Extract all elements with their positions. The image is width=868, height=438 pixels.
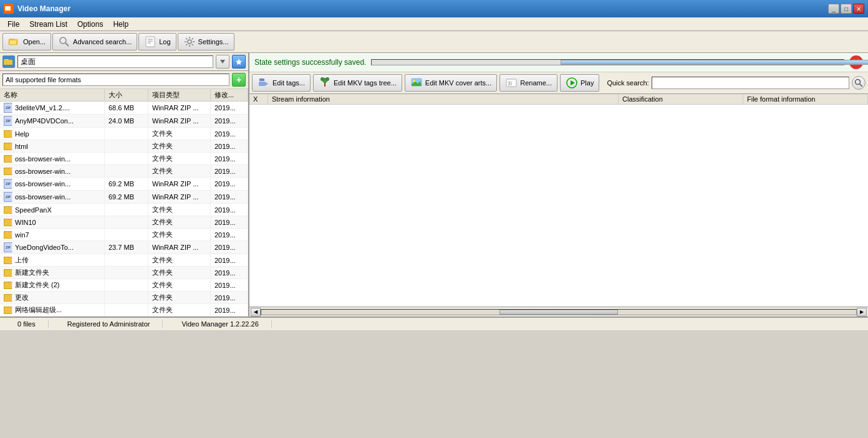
path-nav-button[interactable] (216, 55, 229, 69)
file-type: 文件夹 (148, 204, 211, 216)
file-type: 文件夹 (148, 254, 211, 266)
file-row[interactable]: html 文件夹 2019... (0, 140, 248, 153)
folder-icon (4, 130, 12, 138)
file-row[interactable]: 新建文件夹 文件夹 2019... (0, 267, 248, 279)
svg-point-5 (60, 37, 66, 44)
file-row[interactable]: SpeedPanX 文件夹 2019... (0, 204, 248, 216)
file-name: WIN10 (0, 216, 105, 228)
file-name: 更改 (0, 292, 105, 303)
menu-stream-list[interactable]: Stream List (24, 19, 72, 30)
file-name: ZIPYueDongVideoTo... (0, 241, 105, 254)
file-type: WinRAR ZIP ... (148, 102, 211, 114)
svg-point-22 (326, 77, 329, 81)
scroll-right-button[interactable]: ▶ (857, 308, 867, 317)
file-row[interactable]: Help 文件夹 2019... (0, 128, 248, 140)
file-row[interactable]: ZIPAnyMP4DVDCon... 24.0 MB WinRAR ZIP ..… (0, 115, 248, 128)
file-date: 2019... (211, 115, 248, 127)
log-icon (144, 36, 157, 48)
file-size (105, 292, 148, 303)
file-row[interactable]: ZIP3deliteVM_v1.2.... 68.6 MB WinRAR ZIP… (0, 102, 248, 115)
file-date: 2019... (211, 102, 248, 114)
svg-point-11 (188, 40, 191, 44)
advanced-search-button[interactable]: Advanced search... (52, 33, 137, 50)
edit-mkv-cover-button[interactable]: Edit MKV cover arts... (405, 74, 497, 92)
file-row[interactable]: 网络编辑超级... 文件夹 2019... (0, 304, 248, 317)
rename-button[interactable]: Ti Rename... (499, 74, 557, 92)
file-size (105, 279, 148, 291)
file-type: 文件夹 (148, 140, 211, 152)
image-icon (410, 77, 423, 89)
folder-icon (4, 168, 12, 175)
filter-dropdown[interactable]: All supported file formats (2, 74, 229, 86)
folder-icon (4, 231, 12, 239)
file-row[interactable]: ZIPYueDongVideoTo... 23.7 MB WinRAR ZIP … (0, 241, 248, 254)
stream-area: X Stream information Classification File… (249, 94, 868, 307)
file-date: 2019... (211, 229, 248, 240)
file-date: 2019... (211, 204, 248, 216)
edit-tags-button[interactable]: Edit tags... (252, 74, 311, 92)
file-date: 2019... (211, 128, 248, 140)
notification-bar: State settings successfully saved. ✕ (249, 53, 868, 72)
file-row[interactable]: 更改 文件夹 2019... (0, 292, 248, 304)
file-row[interactable]: oss-browser-win... 文件夹 2019... (0, 165, 248, 178)
stream-col-format: File format information (743, 94, 868, 104)
file-date: 2019... (211, 267, 248, 279)
file-name: 网络编辑超级... (0, 304, 105, 316)
play-button[interactable]: Play (560, 74, 599, 92)
path-dropdown[interactable]: 桌面 (17, 55, 213, 68)
search-go-button[interactable] (852, 76, 866, 90)
open-button[interactable]: Open... (2, 33, 51, 50)
folder-icon (4, 143, 12, 150)
star-icon (235, 58, 243, 65)
scrollbar-thumb[interactable] (499, 310, 619, 315)
play-icon (566, 77, 578, 89)
file-date: 2019... (211, 279, 248, 291)
window-controls: _ □ ✕ (828, 4, 864, 14)
menu-options[interactable]: Options (72, 19, 108, 30)
svg-line-31 (860, 84, 863, 87)
file-row[interactable]: oss-browser-win... 文件夹 2019... (0, 153, 248, 165)
close-button[interactable]: ✕ (853, 4, 864, 14)
folder-icon (4, 294, 12, 302)
folder-icon (4, 155, 12, 163)
scrollbar-track[interactable] (261, 309, 857, 315)
svg-line-6 (65, 43, 69, 46)
quick-search-input[interactable] (652, 77, 849, 89)
settings-button[interactable]: Settings... (178, 33, 234, 50)
file-row[interactable]: 新建文件夹 (2) 文件夹 2019... (0, 279, 248, 292)
edit-mkv-tags-button[interactable]: Edit MKV tags tree... (313, 74, 402, 92)
favorites-button[interactable] (232, 55, 246, 69)
file-row[interactable]: ZIPoss-browser-win... 69.2 MB WinRAR ZIP… (0, 178, 248, 191)
file-list[interactable]: 名称 大小 项目类型 修改... ZIP3deliteVM_v1.2.... 6… (0, 89, 248, 317)
file-row[interactable]: WIN10 文件夹 2019... (0, 216, 248, 229)
file-type: 文件夹 (148, 267, 211, 279)
file-type: WinRAR ZIP ... (148, 191, 211, 203)
horizontal-scrollbar[interactable]: ◀ ▶ (249, 307, 868, 317)
maximize-button[interactable]: □ (841, 4, 852, 14)
notification-text: State settings successfully saved. (254, 58, 366, 67)
file-row[interactable]: win7 文件夹 2019... (0, 229, 248, 241)
file-name: Help (0, 128, 105, 140)
add-filter-button[interactable]: + (232, 73, 246, 87)
advanced-search-icon (58, 36, 70, 48)
file-row[interactable]: 上传 文件夹 2019... (0, 254, 248, 267)
file-date: 2019... (211, 153, 248, 164)
scroll-left-button[interactable]: ◀ (251, 308, 261, 317)
right-toolbar: Edit tags... Edit MKV tags tree... Edit … (249, 72, 868, 94)
arrow-down-icon (219, 58, 226, 65)
rename-icon: Ti (505, 77, 518, 89)
file-name: 新建文件夹 (0, 267, 105, 279)
file-date: 2019... (211, 165, 248, 177)
menu-file[interactable]: File (2, 19, 24, 30)
minimize-button[interactable]: _ (828, 4, 839, 14)
menu-help[interactable]: Help (108, 19, 133, 30)
file-size (105, 165, 148, 177)
svg-marker-1 (11, 7, 12, 10)
file-row[interactable]: ZIPoss-browser-win... 69.2 MB WinRAR ZIP… (0, 191, 248, 204)
file-date: 2019... (211, 304, 248, 316)
file-type: WinRAR ZIP ... (148, 241, 211, 254)
log-button[interactable]: Log (138, 33, 176, 50)
svg-marker-15 (236, 59, 242, 65)
file-type: WinRAR ZIP ... (148, 115, 211, 127)
file-type: 文件夹 (148, 153, 211, 164)
